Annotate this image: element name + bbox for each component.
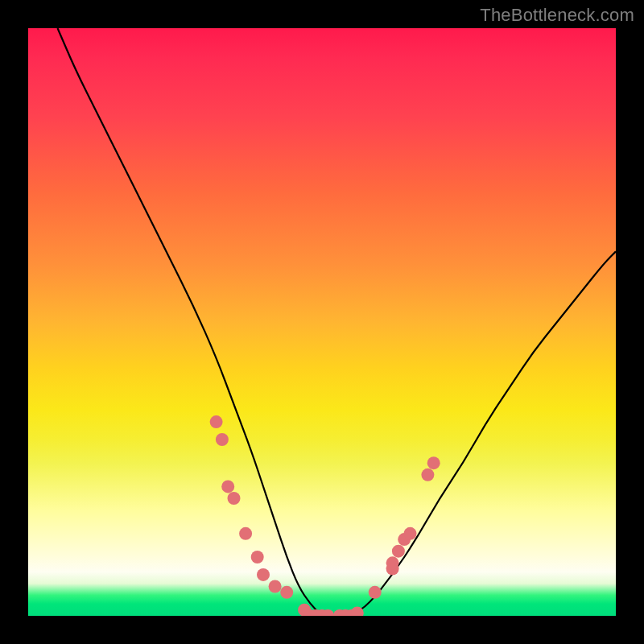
marker-dot <box>251 551 264 564</box>
curve-layer <box>28 28 616 616</box>
chart-frame: TheBottleneck.com <box>0 0 644 644</box>
marker-dot <box>386 556 399 569</box>
marker-dot <box>280 586 293 599</box>
marker-dot <box>392 545 405 558</box>
marker-dot <box>269 580 282 593</box>
marker-dot <box>221 480 234 493</box>
watermark-text: TheBottleneck.com <box>480 5 634 26</box>
marker-dot <box>257 568 270 581</box>
marker-dot <box>369 586 382 599</box>
marker-dot <box>404 527 417 540</box>
marker-dot <box>239 527 252 540</box>
marker-dot <box>210 415 223 428</box>
marker-dot <box>427 456 440 469</box>
marker-group <box>210 415 440 616</box>
marker-dot <box>228 492 241 505</box>
plot-area <box>28 28 616 616</box>
marker-dot <box>421 469 434 481</box>
bottleneck-curve <box>58 28 617 616</box>
marker-dot <box>216 433 229 446</box>
